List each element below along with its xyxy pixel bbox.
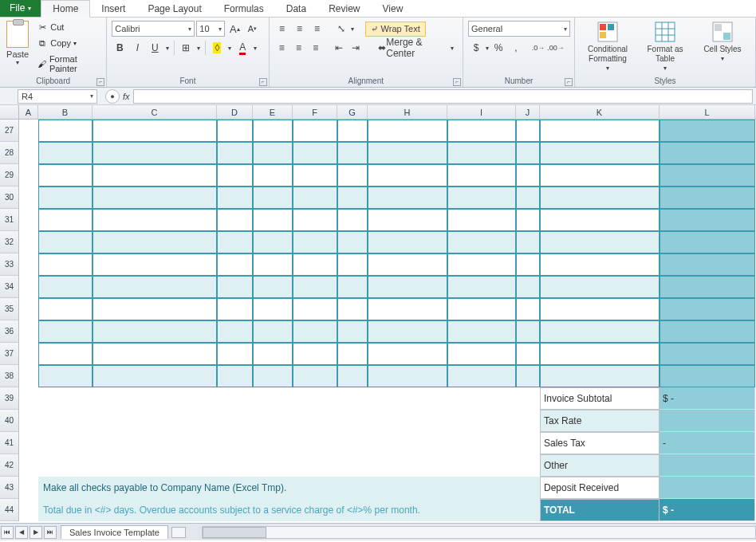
row-31[interactable]: 31 <box>0 209 19 231</box>
cell[interactable] <box>253 142 293 164</box>
cell[interactable] <box>337 231 368 253</box>
cell[interactable] <box>93 231 217 253</box>
cell[interactable] <box>337 253 368 276</box>
cell[interactable] <box>38 231 93 253</box>
cell[interactable] <box>217 454 253 477</box>
cell[interactable] <box>293 365 337 387</box>
row-34[interactable]: 34 <box>0 276 19 298</box>
cell[interactable]: $ - <box>660 387 755 410</box>
cell[interactable] <box>293 454 337 477</box>
cell[interactable] <box>217 298 253 320</box>
align-right-button[interactable]: ≡ <box>308 40 323 56</box>
cell[interactable] <box>368 454 447 477</box>
cell[interactable] <box>660 142 755 164</box>
row-37[interactable]: 37 <box>0 343 19 365</box>
first-sheet-button[interactable]: ⏮ <box>1 526 14 539</box>
cell[interactable] <box>516 499 540 521</box>
cell[interactable] <box>93 410 217 432</box>
font-name-combo[interactable]: Calibri▾ <box>112 21 195 37</box>
cell[interactable] <box>293 164 337 187</box>
cell[interactable] <box>38 164 93 187</box>
cell[interactable] <box>337 276 368 298</box>
cell[interactable] <box>368 320 447 343</box>
col-H[interactable]: H <box>368 105 447 119</box>
cell[interactable] <box>447 298 516 320</box>
cell[interactable] <box>447 276 516 298</box>
cell[interactable] <box>253 209 293 231</box>
cell[interactable] <box>217 387 253 410</box>
orientation-button[interactable]: ⤡ <box>333 21 349 37</box>
cut-button[interactable]: ✂Cut <box>35 21 103 33</box>
cell[interactable]: $ - <box>660 499 755 521</box>
percent-button[interactable]: % <box>490 40 506 56</box>
cell[interactable] <box>368 253 447 276</box>
cell[interactable] <box>368 343 447 365</box>
cell[interactable] <box>660 164 755 187</box>
cell[interactable] <box>447 454 516 477</box>
cell[interactable] <box>337 142 368 164</box>
chevron-down-icon[interactable]: ▾ <box>252 45 258 52</box>
cell[interactable] <box>540 142 660 164</box>
dialog-launcher[interactable]: ⌐ <box>565 78 573 86</box>
cell[interactable] <box>368 298 447 320</box>
cell[interactable] <box>253 231 293 253</box>
cell[interactable] <box>93 387 217 410</box>
cell[interactable] <box>253 432 293 454</box>
file-tab[interactable]: File ▾ <box>0 0 41 17</box>
cell[interactable] <box>447 499 516 521</box>
merge-center-button[interactable]: ⬌ Merge & Center ▾ <box>374 40 458 56</box>
cell[interactable] <box>38 253 93 276</box>
name-box[interactable]: R4▾ <box>18 89 97 104</box>
cell[interactable] <box>19 187 38 209</box>
cell[interactable] <box>540 231 660 253</box>
cell[interactable] <box>293 387 337 410</box>
cell[interactable] <box>368 142 447 164</box>
cell[interactable] <box>38 343 93 365</box>
cell[interactable] <box>447 410 516 432</box>
cell[interactable] <box>447 320 516 343</box>
row-27[interactable]: 27 <box>0 120 19 142</box>
cell[interactable] <box>540 320 660 343</box>
cell[interactable] <box>540 343 660 365</box>
cell[interactable] <box>19 231 38 253</box>
cell[interactable] <box>19 253 38 276</box>
align-center-button[interactable]: ≡ <box>291 40 306 56</box>
cell[interactable] <box>93 253 217 276</box>
cell[interactable] <box>337 209 368 231</box>
cell[interactable]: - <box>660 432 755 454</box>
col-E[interactable]: E <box>253 105 293 119</box>
cell[interactable]: Invoice Subtotal <box>540 387 660 410</box>
cell[interactable] <box>38 365 93 387</box>
cell[interactable] <box>217 209 253 231</box>
cell[interactable] <box>540 298 660 320</box>
cell[interactable] <box>19 499 38 521</box>
cell[interactable] <box>447 120 516 142</box>
cell[interactable] <box>253 276 293 298</box>
fx-label[interactable]: fx <box>123 92 130 101</box>
cell[interactable] <box>368 432 447 454</box>
cell[interactable] <box>516 365 540 387</box>
cell[interactable] <box>93 343 217 365</box>
cell[interactable] <box>660 343 755 365</box>
col-G[interactable]: G <box>337 105 368 119</box>
cell[interactable] <box>19 276 38 298</box>
cell[interactable] <box>516 410 540 432</box>
col-L[interactable]: L <box>660 105 755 119</box>
row-28[interactable]: 28 <box>0 142 19 164</box>
cell[interactable] <box>516 387 540 410</box>
cell[interactable] <box>253 320 293 343</box>
cell[interactable] <box>19 320 38 343</box>
cell[interactable] <box>660 320 755 343</box>
cell[interactable] <box>368 187 447 209</box>
cell[interactable] <box>447 432 516 454</box>
cell[interactable] <box>38 142 93 164</box>
cell[interactable] <box>368 410 447 432</box>
cell[interactable] <box>293 343 337 365</box>
decrease-indent-button[interactable]: ⇤ <box>331 40 346 56</box>
cell[interactable] <box>19 410 38 432</box>
chevron-down-icon[interactable]: ▾ <box>164 45 171 52</box>
cell[interactable] <box>253 120 293 142</box>
cell[interactable] <box>93 164 217 187</box>
cell[interactable] <box>19 387 38 410</box>
cell[interactable] <box>660 187 755 209</box>
